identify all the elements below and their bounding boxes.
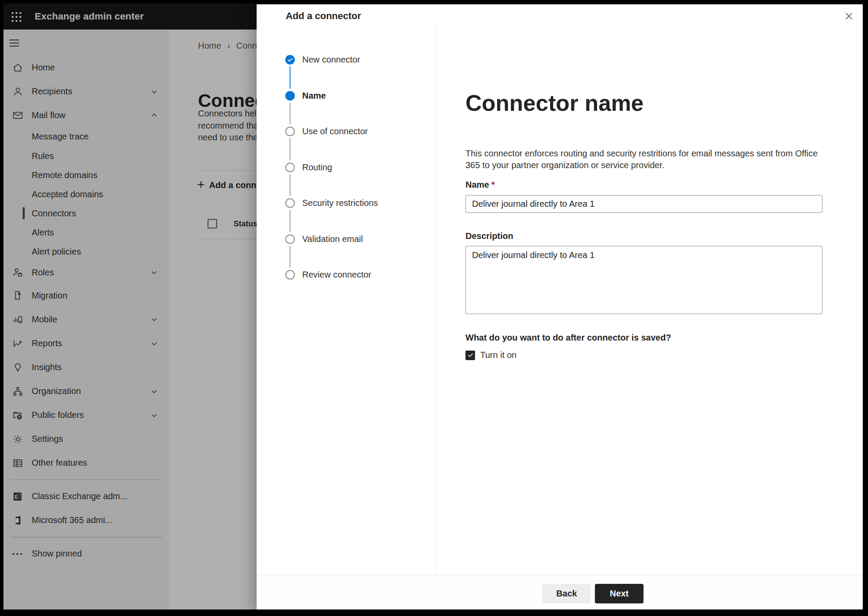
- next-button[interactable]: Next: [595, 584, 644, 603]
- wizard-step-new-connector[interactable]: New connector: [285, 55, 360, 65]
- checked-checkbox-icon[interactable]: [465, 351, 475, 360]
- step-upcoming-icon: [285, 198, 295, 208]
- step-page-description: This connector enforces routing and secu…: [465, 148, 822, 171]
- steps-panel-divider: [436, 27, 436, 575]
- wizard-step-review-connector[interactable]: Review connector: [285, 270, 371, 280]
- step-upcoming-icon: [285, 270, 295, 279]
- app-window: Exchange admin center Home Recipients: [0, 0, 868, 616]
- wizard-step-routing[interactable]: Routing: [285, 162, 332, 172]
- step-connector-line: [290, 246, 290, 268]
- step-page-title: Connector name: [465, 90, 644, 116]
- name-field[interactable]: [465, 195, 822, 213]
- step-connector-line: [290, 66, 290, 89]
- after-save-question: What do you want to do after connector i…: [465, 333, 671, 343]
- step-connector-line: [290, 210, 290, 232]
- close-icon[interactable]: [843, 10, 855, 22]
- wizard-step-name[interactable]: Name: [285, 91, 326, 101]
- description-field[interactable]: Deliver journal directly to Area 1: [465, 246, 822, 314]
- wizard-step-use-of-connector[interactable]: Use of connector: [285, 126, 368, 136]
- dialog-title: Add a connector: [286, 4, 361, 27]
- step-completed-check-icon: [285, 55, 295, 64]
- wizard-step-validation-email[interactable]: Validation email: [285, 234, 363, 244]
- screen: Exchange admin center Home Recipients: [3, 3, 863, 609]
- name-field-label: Name*: [465, 180, 495, 190]
- step-connector-line: [290, 138, 290, 160]
- turn-it-on-checkbox-row[interactable]: Turn it on: [465, 350, 517, 360]
- step-connector-line: [290, 174, 290, 196]
- turn-it-on-label: Turn it on: [480, 350, 517, 360]
- dialog-header: Add a connector: [257, 4, 863, 27]
- required-asterisk: *: [491, 180, 495, 189]
- back-button[interactable]: Back: [542, 584, 591, 603]
- step-upcoming-icon: [285, 162, 295, 172]
- step-connector-line: [290, 103, 290, 124]
- dialog-footer: Back Next: [257, 575, 863, 609]
- description-field-label: Description: [465, 231, 513, 241]
- step-upcoming-icon: [285, 126, 295, 136]
- wizard-step-security-restrictions[interactable]: Security restrictions: [285, 198, 378, 208]
- step-upcoming-icon: [285, 234, 295, 244]
- add-connector-dialog: Add a connector New connector: [257, 4, 863, 609]
- step-current-icon: [285, 91, 295, 100]
